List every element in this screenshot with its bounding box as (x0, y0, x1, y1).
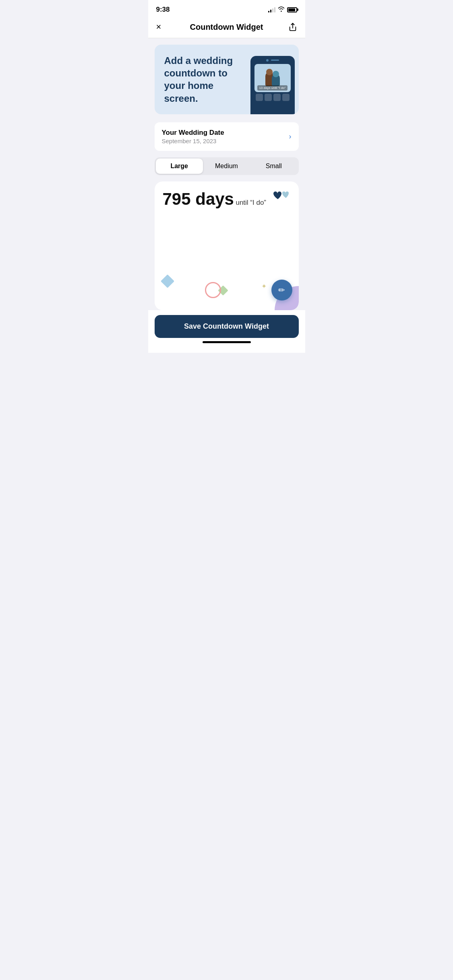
phone-mockup: ♥ 13 days until "I do" (250, 56, 295, 114)
page-title: Countdown Widget (190, 23, 263, 32)
deco-diamond-blue (161, 274, 174, 288)
battery-icon (287, 7, 297, 12)
close-button[interactable]: × (156, 22, 174, 32)
size-option-medium[interactable]: Medium (203, 159, 250, 174)
deco-circle-pink (205, 282, 221, 298)
phone-notch (254, 59, 292, 62)
banner-heading: Add a wedding countdown to your home scr… (164, 54, 234, 105)
status-time: 9:38 (156, 6, 170, 14)
phone-caption: 13 days until "I do" (257, 85, 287, 91)
wedding-date-value: September 15, 2023 (162, 138, 224, 144)
widget-hearts (272, 189, 291, 201)
home-bar (203, 341, 251, 343)
chevron-right-icon: › (289, 132, 292, 141)
pencil-icon: ✏ (278, 285, 285, 295)
phone-icons-row (256, 94, 290, 101)
wedding-date-section: Your Wedding Date September 15, 2023 › (155, 122, 299, 151)
size-option-small[interactable]: Small (250, 159, 297, 174)
save-countdown-button[interactable]: Save Countdown Widget (155, 315, 299, 338)
edit-button[interactable]: ✏ (271, 280, 292, 301)
widget-preview-container: 795 days until “I do” ✦ ✏ (155, 181, 299, 310)
status-icons (268, 6, 297, 13)
promo-banner: Add a wedding countdown to your home scr… (155, 45, 299, 114)
share-icon (288, 23, 297, 31)
wedding-date-label: Your Wedding Date (162, 129, 224, 137)
wifi-icon (278, 6, 285, 13)
widget-day-count: 795 days (163, 189, 234, 208)
widget-subtitle: until “I do” (236, 199, 266, 206)
heart-light-icon (281, 189, 291, 199)
size-option-large[interactable]: Large (156, 159, 203, 174)
banner-image: ♥ 13 days until "I do" (234, 45, 299, 114)
save-button-container: Save Countdown Widget (148, 310, 305, 353)
nav-bar: × Countdown Widget (148, 17, 305, 38)
banner-text-area: Add a wedding countdown to your home scr… (155, 45, 234, 114)
share-button[interactable] (279, 23, 297, 31)
couple-illustration: ♥ (263, 70, 283, 86)
deco-star: ✦ (261, 282, 267, 290)
size-selector: Large Medium Small (155, 157, 299, 175)
status-bar: 9:38 (148, 0, 305, 17)
home-indicator (155, 338, 299, 345)
wedding-date-row[interactable]: Your Wedding Date September 15, 2023 › (155, 122, 299, 151)
signal-icon (268, 7, 275, 12)
phone-screen: ♥ 13 days until "I do" (254, 64, 291, 92)
